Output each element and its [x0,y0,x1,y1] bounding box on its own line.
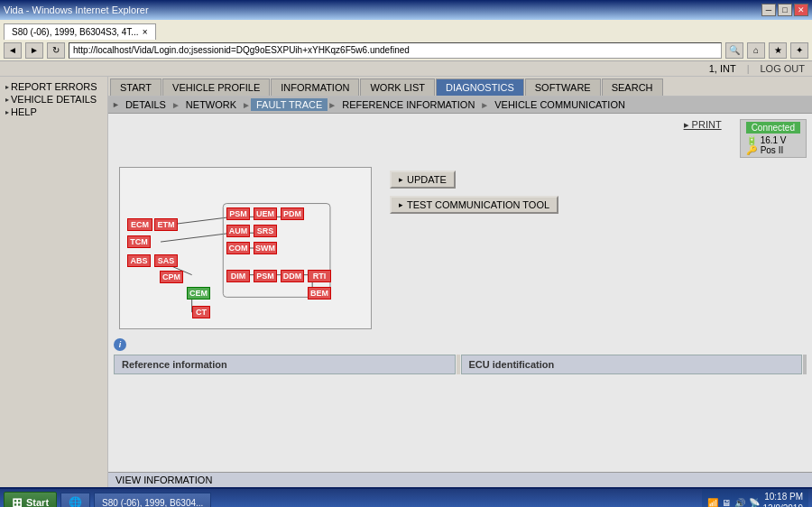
taskbar-item-ie[interactable]: 🌐 [60,493,90,507]
ecu-cpm[interactable]: CPM [160,271,183,283]
volume-icon: 🔊 [734,498,745,508]
test-comm-button[interactable]: ▸ TEST COMMUNICATION TOOL [390,196,558,214]
sidebar-item-report-errors[interactable]: ▸ REPORT ERRORS [4,80,104,93]
window-controls: ─ □ ✕ [761,4,808,16]
arrow-icon: ▸ [5,83,9,91]
breadcrumb-sep-1: ► [171,100,180,110]
key-icon: 🔑 [746,145,757,155]
nav-start[interactable]: START [110,78,161,96]
maximize-button[interactable]: □ [778,4,792,16]
nav-diagnostics[interactable]: DIAGNOSTICS [436,78,524,96]
browser-title-text: Vida - Windows Internet Explorer [4,5,149,15]
ecu-pdm[interactable]: PDM [281,207,304,220]
svg-line-1 [161,233,232,242]
ecu-id-label: ECU identification [469,359,555,370]
ecu-etm[interactable]: ETM [154,218,178,231]
address-bar[interactable]: http://localhost/Vida/Login.do;jsessioni… [69,42,722,59]
ecu-tcm[interactable]: TCM [127,235,151,248]
ecu-bem[interactable]: BEM [308,287,331,300]
bluetooth-icon: 📶 [707,498,718,508]
ecu-com[interactable]: COM [226,242,250,254]
back-button[interactable]: ◄ [4,42,22,59]
ecu-abs[interactable]: ABS [127,254,151,267]
update-button[interactable]: ▸ UPDATE [390,171,456,189]
print-link[interactable]: ▸ PRINT [684,119,722,131]
nav-software[interactable]: SOFTWARE [525,78,601,96]
browser-titlebar: Vida - Windows Internet Explorer ─ □ ✕ [0,0,812,20]
network-icon: 🖥 [722,498,731,508]
ecu-id-section[interactable]: ECU identification [461,355,803,374]
info-section-divider [457,355,460,374]
minimize-button[interactable]: ─ [761,4,776,16]
tab-label: S80 (-06), 1999, B6304S3, 4T... [12,27,139,37]
diagram-container: ECM ETM TCM ABS SAS CPM CEM CT PSM UEM P… [119,167,372,329]
arrow-icon: ▸ [5,108,9,116]
reference-info-section[interactable]: Reference information [114,355,456,374]
status-pos-row: 🔑 Pos II [746,145,800,155]
star-icon[interactable]: ★ [769,42,787,59]
breadcrumb-network[interactable]: NETWORK [180,98,242,111]
sidebar: ▸ REPORT ERRORS ▸ VEHICLE DETAILS ▸ HELP [0,77,108,487]
update-label: UPDATE [407,174,447,185]
breadcrumb-vc-label: VEHICLE COMMUNICATION [494,99,625,110]
ecu-ddm[interactable]: DDM [281,270,304,282]
ecu-psm2[interactable]: PSM [254,270,277,282]
close-button[interactable]: ✕ [794,4,808,16]
ecu-cem[interactable]: CEM [187,287,210,300]
view-info-label: VIEW INFORMATION [115,475,212,485]
ecu-aum[interactable]: AUM [226,225,250,237]
sidebar-label-report: REPORT ERRORS [11,81,97,92]
test-arrow-icon: ▸ [399,200,403,209]
ecu-ecm[interactable]: ECM [127,218,152,231]
breadcrumb-network-label: NETWORK [186,99,236,110]
refresh-button[interactable]: ↻ [47,42,65,59]
ecu-sas[interactable]: SAS [154,254,178,267]
breadcrumb-ref-label: REFERENCE INFORMATION [342,99,475,110]
breadcrumb-sep-4: ► [480,100,489,110]
ecu-dim[interactable]: DIM [226,270,250,282]
search-icon[interactable]: 🔍 [725,42,743,59]
status-panel: Connected 🔋 16.1 V 🔑 Pos II [740,119,807,158]
breadcrumb-details[interactable]: DETAILS [120,98,171,111]
ecu-uem[interactable]: UEM [254,207,277,220]
ecu-ct[interactable]: CT [192,306,210,318]
tools-icon[interactable]: ✦ [790,42,808,59]
forward-button[interactable]: ► [25,42,43,59]
voltage-value: 16.1 V [761,135,787,145]
taskbar-item-vida[interactable]: S80 (-06), 1999, B6304... [94,493,211,507]
sidebar-item-vehicle-details[interactable]: ▸ VEHICLE DETAILS [4,93,104,106]
breadcrumb-fault-trace[interactable]: FAULT TRACE [251,98,328,111]
status-voltage-row: 🔋 16.1 V [746,135,800,145]
breadcrumb-arrow-details: ► [112,100,120,109]
sidebar-item-help[interactable]: ▸ HELP [4,106,104,118]
ecu-swm[interactable]: SWM [254,242,277,254]
test-comm-label: TEST COMMUNICATION TOOL [407,199,549,210]
network-area: ECM ETM TCM ABS SAS CPM CEM CT PSM UEM P… [114,161,807,335]
nav-vehicle-profile[interactable]: VEHICLE PROFILE [162,78,270,96]
taskbar-vida-label: S80 (-06), 1999, B6304... [102,498,203,508]
sidebar-label-vehicle: VEHICLE DETAILS [11,94,97,105]
tab-close-icon[interactable]: × [143,27,148,37]
nav-information[interactable]: INFORMATION [271,78,359,96]
arrow-icon: ▸ [5,96,9,104]
breadcrumb-reference-info[interactable]: REFERENCE INFORMATION [337,98,480,111]
main-content: START VEHICLE PROFILE INFORMATION WORK L… [108,77,812,487]
ecu-srs[interactable]: SRS [254,225,277,237]
home-icon[interactable]: ⌂ [747,42,765,59]
sidebar-label-help: HELP [11,106,37,117]
nav-search[interactable]: SEARCH [602,78,663,96]
nav-work-list[interactable]: WORK LIST [360,78,435,96]
taskbar: ⊞ Start 🌐 S80 (-06), 1999, B6304... 📶 🖥 … [0,487,812,507]
int-label: 1, INT [709,63,736,74]
ecu-psm[interactable]: PSM [226,207,250,220]
log-out-button[interactable]: LOG OUT [760,63,805,74]
pos-value: Pos II [761,145,784,155]
info-icon[interactable]: i [114,338,126,351]
browser-tab-active[interactable]: S80 (-06), 1999, B6304S3, 4T... × [4,23,156,40]
breadcrumb-vehicle-comm[interactable]: VEHICLE COMMUNICATION [489,98,631,111]
ecu-rti[interactable]: RTI [308,270,331,282]
app-header: 1, INT | LOG OUT [0,61,812,77]
start-button[interactable]: ⊞ Start [4,492,57,507]
app-wrapper: 1, INT | LOG OUT ▸ REPORT ERRORS ▸ VEHIC… [0,61,812,487]
clock: 10:18 PM 12/9/2019 [763,491,804,507]
